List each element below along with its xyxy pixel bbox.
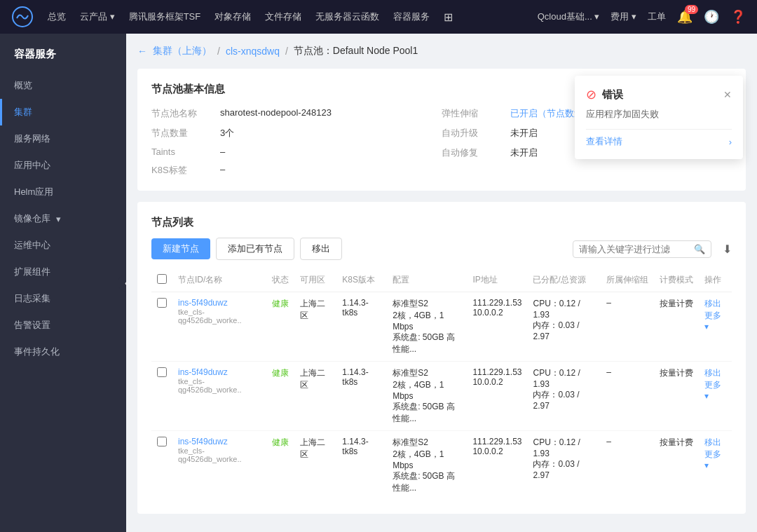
notification-bell[interactable]: 🔔 99 (677, 9, 693, 25)
info-value-k8s: – (220, 164, 225, 175)
error-detail-link[interactable]: 查看详情 › (586, 129, 732, 148)
node-zone-0: 上海二区 (294, 292, 337, 362)
sidebar-item-events[interactable]: 事件持久化 (0, 339, 126, 365)
node-more-btn-0[interactable]: 更多 (704, 311, 721, 332)
nav-account[interactable]: Qcloud基础... (538, 11, 600, 23)
migrate-button[interactable]: 移出 (300, 238, 342, 260)
error-detail-text: 查看详情 (586, 135, 622, 148)
breadcrumb-sep1: / (217, 46, 220, 57)
node-scalegroup-0: – (601, 292, 654, 362)
sidebar-label-registry: 镜像仓库 (14, 212, 50, 225)
node-ip-0: 111.229.1.53 10.0.0.2 (467, 292, 527, 362)
info-row-name: 节点池名称 sharotest-nodepool-248123 (151, 107, 442, 120)
download-icon[interactable]: ⬇ (723, 243, 732, 256)
node-id-2[interactable]: ins-5f49duwz (178, 437, 261, 446)
node-more-btn-1[interactable]: 更多 (704, 380, 721, 401)
sidebar-item-overview[interactable]: 概览 (0, 72, 126, 99)
node-status-0: 健康 (272, 299, 289, 308)
info-value-name: sharotest-nodepool-248123 (220, 107, 332, 118)
node-actions-1: 移出 更多 (699, 362, 732, 431)
col-header-billing: 计费模式 (654, 268, 699, 292)
sidebar-item-extensions[interactable]: 扩展组件 (0, 259, 126, 285)
node-migrate-btn-2[interactable]: 移出 (704, 437, 721, 447)
sidebar-label-appcenter: 应用中心 (14, 159, 50, 172)
nav-cfs[interactable]: 文件存储 (265, 11, 301, 23)
nav-scf[interactable]: 无服务器云函数 (315, 11, 379, 23)
col-header-zone: 可用区 (294, 268, 337, 292)
breadcrumb-cluster[interactable]: 集群（上海） (153, 45, 212, 57)
logo-icon[interactable] (11, 6, 34, 28)
row-checkbox-1[interactable] (157, 367, 167, 377)
node-config-1: 标准型S2 2核，4GB，1 Mbps 系统盘: 50GB 高性能... (387, 362, 467, 431)
col-header-k8s: K8S版本 (336, 268, 387, 292)
col-header-config: 配置 (387, 268, 467, 292)
info-label-k8s: K8S标签 (151, 164, 214, 177)
nav-cost[interactable]: 费用 (611, 11, 636, 23)
search-input[interactable] (579, 244, 691, 254)
sidebar-label-helm: Helm应用 (14, 186, 53, 198)
info-label-auto-repair: 自动修复 (442, 146, 505, 159)
node-more-btn-2[interactable]: 更多 (704, 449, 721, 470)
node-id-0[interactable]: ins-5f49duwz (178, 298, 261, 308)
notification-badge: 99 (685, 5, 698, 14)
node-status-2: 健康 (272, 437, 289, 447)
sidebar-item-appcenter[interactable]: 应用中心 (0, 152, 126, 179)
node-resource-2: CPU：0.12 / 1.93 内存：0.03 / 2.97 (527, 431, 601, 500)
col-header-ip: IP地址 (467, 268, 527, 292)
add-existing-button[interactable]: 添加已有节点 (216, 238, 294, 260)
sidebar-item-alert[interactable]: 告警设置 (0, 312, 126, 339)
node-migrate-btn-0[interactable]: 移出 (704, 299, 721, 308)
clock-icon[interactable]: 🕐 (704, 9, 719, 25)
back-button[interactable]: ← (137, 46, 147, 57)
error-circle-icon: ⊘ (586, 87, 596, 102)
breadcrumb-current: 节点池：Default Node Pool1 (294, 45, 418, 57)
sidebar-label-events: 事件持久化 (14, 346, 60, 358)
node-actions-2: 移出 更多 (699, 431, 732, 500)
top-navigation: 总览 云产品 腾讯服务框架TSF 对象存储 文件存储 无服务器云函数 容器服务 … (0, 0, 757, 34)
node-k8s-0: 1.14.3-tk8s (336, 292, 387, 362)
table-row: ins-5f49duwz tke_cls-qg4526db_worke.. 健康… (151, 292, 732, 362)
sidebar-item-registry[interactable]: 镜像仓库 ▾ (0, 205, 126, 232)
row-checkbox-2[interactable] (157, 437, 167, 446)
sidebar-item-log[interactable]: 日志采集 (0, 285, 126, 312)
nav-more-icon[interactable]: ⊞ (444, 11, 453, 24)
sidebar-item-cluster[interactable]: 集群 (0, 99, 126, 125)
select-all-checkbox[interactable] (157, 274, 167, 284)
nav-tools[interactable]: 工单 (648, 11, 666, 23)
nav-tke[interactable]: 容器服务 (393, 11, 430, 23)
node-config-0: 标准型S2 2核，4GB，1 Mbps 系统盘: 50GB 高性能... (387, 292, 467, 362)
node-k8s-1: 1.14.3-tk8s (336, 362, 387, 431)
help-icon[interactable]: ❓ (730, 9, 746, 25)
error-popup-close[interactable]: ✕ (723, 89, 732, 100)
sidebar-label-network: 服务网络 (14, 132, 50, 145)
sidebar-item-ops[interactable]: 运维中心 (0, 232, 126, 259)
info-value-taints: – (220, 146, 225, 157)
sidebar-item-network[interactable]: 服务网络 (0, 125, 126, 152)
node-id-1[interactable]: ins-5f49duwz (178, 367, 261, 377)
sidebar-label-overview: 概览 (14, 79, 32, 92)
row-checkbox-0[interactable] (157, 298, 167, 308)
nav-cloud-products[interactable]: 云产品 (80, 11, 115, 23)
search-box[interactable]: 🔍 (573, 240, 711, 258)
nav-tsf[interactable]: 腾讯服务框架TSF (129, 11, 201, 23)
breadcrumb: ← 集群（上海） / cls-xnqsdwq / 节点池：Default Nod… (137, 45, 746, 57)
node-k8s-2: 1.14.3-tk8s (336, 431, 387, 500)
node-migrate-btn-1[interactable]: 移出 (704, 368, 721, 378)
node-config-2: 标准型S2 2核，4GB，1 Mbps 系统盘: 50GB 高性能... (387, 431, 467, 500)
node-scalegroup-2: – (601, 431, 654, 500)
col-header-actions: 操作 (699, 268, 732, 292)
node-actions-0: 移出 更多 (699, 292, 732, 362)
sidebar-item-helm[interactable]: Helm应用 (0, 179, 126, 205)
info-label-elastic: 弹性伸缩 (442, 107, 505, 120)
new-node-button[interactable]: 新建节点 (151, 238, 210, 259)
node-table: 节点ID/名称 状态 可用区 K8S版本 配置 IP地址 已分配/总资源 所属伸… (151, 268, 732, 500)
breadcrumb-pool-id[interactable]: cls-xnqsdwq (226, 46, 280, 57)
sidebar-label-alert: 告警设置 (14, 319, 50, 332)
main-content: ← 集群（上海） / cls-xnqsdwq / 节点池：Default Nod… (126, 34, 757, 532)
node-zone-2: 上海二区 (294, 431, 337, 500)
info-label-auto-upgrade: 自动升级 (442, 127, 505, 139)
node-list-toolbar: 新建节点 添加已有节点 移出 🔍 ⬇ (151, 238, 732, 260)
page-layout: 容器服务 概览 集群 服务网络 应用中心 Helm应用 镜像仓库 ▾ 运维中心 … (0, 0, 757, 532)
nav-cos[interactable]: 对象存储 (214, 11, 251, 23)
nav-overview[interactable]: 总览 (48, 11, 66, 23)
